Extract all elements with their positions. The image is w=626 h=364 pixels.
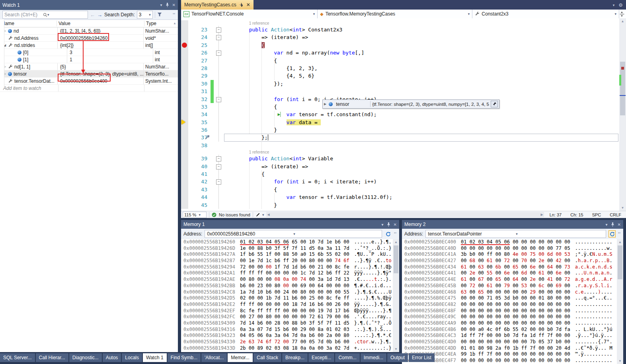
code-line[interactable]: 31 bbox=[181, 88, 619, 95]
pin-icon[interactable] bbox=[387, 222, 390, 227]
column-value[interactable]: Value bbox=[57, 21, 144, 26]
close-icon[interactable]: ✕ bbox=[246, 2, 250, 8]
filter-icon[interactable] bbox=[157, 12, 162, 17]
code-line[interactable]: 45} bbox=[181, 201, 619, 209]
watch-row[interactable]: nd.Address0x000002556b194260void* bbox=[0, 35, 178, 42]
refresh-button[interactable] bbox=[384, 230, 392, 237]
split-window-button[interactable] bbox=[619, 10, 626, 18]
breakpoint-margin[interactable] bbox=[181, 80, 188, 88]
code-line[interactable]: 44var tensor = tf.Variable(3112.0f); bbox=[181, 193, 619, 201]
code-line[interactable]: 28{1, 2, 3}, bbox=[181, 64, 619, 72]
close-icon[interactable]: ✕ bbox=[618, 222, 621, 227]
breakpoint-margin[interactable] bbox=[181, 33, 188, 41]
memory2-titlebar[interactable]: Memory 2 ▾ ✕ bbox=[402, 220, 623, 229]
code-line[interactable]: 43{ bbox=[181, 186, 619, 193]
breakpoint-margin[interactable] bbox=[181, 186, 188, 193]
brush-dropdown-icon[interactable]: ▾ bbox=[262, 213, 264, 217]
breakpoint-margin[interactable] bbox=[181, 41, 188, 49]
toolbar-overflow-icon[interactable]: '' bbox=[173, 13, 176, 17]
breakpoint-margin[interactable] bbox=[181, 72, 188, 80]
zoom-select[interactable]: 115 %▾ bbox=[183, 212, 207, 218]
watch-titlebar[interactable]: Watch 1 ▾ ✕ bbox=[0, 0, 178, 10]
breakpoint-margin[interactable] bbox=[181, 126, 188, 134]
watch-row[interactable]: tensor.TensorDat...0x000002556b0ec400Sys… bbox=[0, 78, 178, 85]
scroll-down-icon[interactable]: ▼ bbox=[619, 205, 626, 211]
breakpoint-margin[interactable] bbox=[181, 64, 188, 72]
window-menu-icon[interactable]: ▾ bbox=[160, 3, 162, 7]
memory1-titlebar[interactable]: Memory 1 ▾ ✕ bbox=[181, 220, 399, 229]
bottom-tab-comm[interactable]: Comm... bbox=[335, 353, 359, 362]
editor-horizontal-scrollbar[interactable]: ◀▶ bbox=[266, 212, 544, 217]
window-menu-icon[interactable]: ▾ bbox=[382, 222, 384, 227]
search-dropdown-icon[interactable]: ▾ bbox=[47, 13, 86, 17]
watch-row[interactable]: ▷nd{[[1, 2, 3], [4, 5, 6]]}NumShar... bbox=[0, 27, 178, 35]
breakpoint-margin[interactable] bbox=[181, 49, 188, 56]
breakpoint-margin[interactable] bbox=[181, 26, 188, 33]
pin-icon[interactable] bbox=[166, 3, 169, 7]
datatip-pin-button[interactable] bbox=[491, 101, 498, 107]
breakpoint-margin[interactable] bbox=[181, 57, 188, 64]
fold-collapse-icon[interactable]: − bbox=[216, 156, 221, 162]
pin-icon[interactable] bbox=[611, 222, 614, 227]
editor-vertical-scrollbar[interactable]: ▲ ▼ bbox=[619, 18, 626, 211]
column-name[interactable]: Name bbox=[0, 21, 57, 26]
fold-collapse-icon[interactable]: − bbox=[216, 97, 221, 102]
bottom-tab-autos[interactable]: Autos bbox=[103, 353, 121, 362]
class-dropdown[interactable]: ◆ Tensorflow.MemoryTestingCases▾ bbox=[318, 10, 472, 18]
fold-collapse-icon[interactable]: − bbox=[216, 51, 221, 56]
breakpoint-margin[interactable] bbox=[181, 88, 188, 95]
breakpoint-margin[interactable] bbox=[181, 149, 188, 155]
project-dropdown[interactable]: C# TensorFlowNET.Console▾ bbox=[181, 10, 318, 18]
code-line[interactable]: 37}; bbox=[181, 134, 619, 141]
code-area[interactable]: 1 reference23−public Action<int> Constan… bbox=[181, 18, 619, 213]
breakpoint-margin[interactable] bbox=[181, 142, 188, 149]
breakpoint-margin[interactable] bbox=[181, 155, 188, 162]
memory1-hexdump[interactable]: 0x000002556B19426001 02 03 04 05 06 65 0… bbox=[181, 239, 399, 352]
watch-row[interactable]: [0]3int bbox=[0, 49, 178, 56]
bottom-tab-call-stack[interactable]: Call Stack bbox=[254, 353, 281, 362]
bottom-tab-call-hierar[interactable]: Call Hierar... bbox=[36, 353, 68, 362]
breakpoint-icon[interactable] bbox=[182, 43, 187, 48]
bottom-tab-error-list[interactable]: Error List bbox=[409, 353, 435, 362]
document-tab[interactable]: MemoryTestingCases.cs ✕ bbox=[181, 0, 254, 10]
scroll-up-icon[interactable]: ▲ bbox=[173, 21, 176, 25]
bottom-tab-memor[interactable]: Memor... bbox=[228, 353, 253, 362]
close-icon[interactable]: ✕ bbox=[394, 222, 397, 227]
bottom-tab-find-symb[interactable]: Find Symb... bbox=[168, 353, 201, 362]
issues-status[interactable]: No issues found bbox=[219, 212, 250, 217]
breakpoint-margin[interactable] bbox=[181, 201, 188, 209]
scroll-up-icon[interactable]: ▲ bbox=[619, 18, 626, 24]
code-line[interactable]: 39−public Action<int> Variable bbox=[181, 155, 619, 162]
bottom-tab-excepti[interactable]: Excepti... bbox=[308, 353, 334, 362]
toolbar-overflow-icon[interactable]: '' bbox=[394, 232, 397, 236]
screwdriver-icon[interactable] bbox=[205, 135, 210, 140]
codelens-reference[interactable]: 1 reference bbox=[181, 20, 619, 26]
code-line[interactable]: 34var tensor = tf.constant(nd);▶▏ bbox=[181, 111, 619, 118]
breakpoint-margin[interactable] bbox=[181, 134, 188, 141]
refresh-button[interactable] bbox=[608, 230, 616, 237]
fold-collapse-icon[interactable]: − bbox=[216, 164, 221, 169]
search-forward-icon[interactable]: → bbox=[97, 12, 102, 18]
watch-column-headers[interactable]: Name Value Type ▲ bbox=[0, 20, 178, 27]
breakpoint-margin[interactable] bbox=[181, 193, 188, 201]
memory1-scrollbar[interactable]: ▲ ▼ bbox=[393, 239, 399, 352]
code-line[interactable]: 41{ bbox=[181, 170, 619, 178]
bottom-tab-diagnostic[interactable]: Diagnostic... bbox=[69, 353, 102, 362]
codelens-reference[interactable]: 1 reference bbox=[181, 149, 619, 155]
watch-add-item-row[interactable]: Add item to watch bbox=[0, 85, 178, 92]
fold-collapse-icon[interactable]: − bbox=[216, 27, 221, 33]
code-line[interactable]: 42−for (int i = 0; i < iterate; i++) bbox=[181, 178, 619, 185]
code-line[interactable]: 27{ bbox=[181, 57, 619, 64]
search-input[interactable]: Search (Ctrl+E) ▾ bbox=[2, 11, 88, 19]
fold-collapse-icon[interactable]: − bbox=[216, 179, 221, 185]
memory2-hexdump[interactable]: 0x000002556B0EC40001 02 03 04 05 06 00 0… bbox=[402, 239, 623, 364]
expander-icon[interactable]: ▶ bbox=[324, 102, 326, 106]
breakpoint-margin[interactable] bbox=[181, 111, 188, 118]
toolbar-overflow-icon[interactable]: '' bbox=[618, 232, 621, 236]
breakpoint-margin[interactable] bbox=[181, 103, 188, 111]
breakpoint-margin[interactable] bbox=[181, 20, 188, 26]
code-line[interactable]: 38 bbox=[181, 142, 619, 149]
watch-row[interactable]: [1]1int bbox=[0, 56, 178, 63]
code-line[interactable]: 40−=> (iterate) => bbox=[181, 163, 619, 170]
code-line[interactable]: 25{ bbox=[181, 41, 619, 49]
